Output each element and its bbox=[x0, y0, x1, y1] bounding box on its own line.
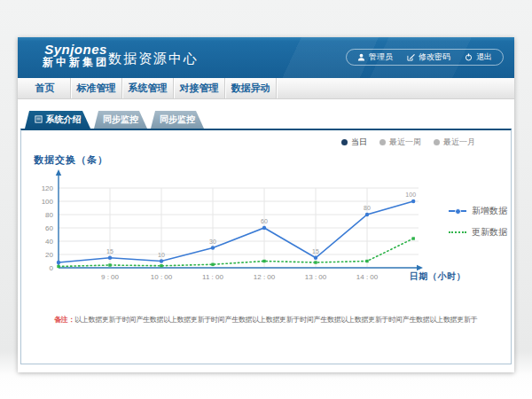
data-point bbox=[211, 263, 214, 266]
x-tick-label: 11 : 00 bbox=[202, 273, 223, 281]
data-point bbox=[411, 200, 415, 203]
data-point bbox=[160, 259, 163, 262]
tab-sync-monitor-1[interactable]: 同步监控 bbox=[94, 111, 147, 129]
x-tick-label: 14 : 00 bbox=[356, 273, 379, 281]
x-tick-label: 10 : 00 bbox=[151, 273, 173, 281]
tab-sync-monitor-2[interactable]: 同步监控 bbox=[151, 111, 204, 129]
data-point bbox=[365, 260, 368, 262]
chart-legend: 新增数据 更新数据 bbox=[449, 205, 507, 239]
nav-item-system[interactable]: 系统管理 bbox=[122, 78, 174, 98]
logout-button[interactable]: 退出 bbox=[465, 51, 492, 63]
y-tick-label: 0 bbox=[50, 264, 54, 272]
y-axis-arrow-icon bbox=[56, 169, 61, 176]
data-point bbox=[314, 256, 317, 260]
data-point bbox=[314, 261, 317, 263]
data-point-label: 100 bbox=[405, 192, 416, 198]
y-tick-label: 80 bbox=[45, 211, 53, 219]
page-title: 数据资源中心 bbox=[108, 51, 199, 67]
app-header: Synjones 新中新集团 数据资源中心 管理员 修改密码 退出 bbox=[18, 37, 514, 78]
nav-item-data-change[interactable]: 数据异动 bbox=[225, 78, 277, 98]
user-toolbar: 管理员 修改密码 退出 bbox=[346, 49, 504, 66]
x-tick-label: 12 : 00 bbox=[254, 273, 276, 281]
logo: Synjones 新中新集团 bbox=[43, 42, 109, 69]
app-window: Synjones 新中新集团 数据资源中心 管理员 修改密码 退出 首页 标准管… bbox=[18, 37, 514, 372]
main-nav: 首页 标准管理 系统管理 对接管理 数据异动 bbox=[18, 78, 514, 99]
dotted-line-icon bbox=[449, 231, 466, 233]
legend-label: 更新数据 bbox=[472, 226, 507, 239]
data-point-label: 30 bbox=[209, 239, 216, 245]
x-tick-label: 9 : 00 bbox=[101, 273, 120, 281]
change-password-button[interactable]: 修改密码 bbox=[407, 51, 450, 63]
data-point bbox=[57, 261, 60, 264]
logo-company-text: 新中新集团 bbox=[43, 57, 109, 69]
data-point bbox=[365, 213, 369, 216]
footnote-prefix: 备注： bbox=[54, 316, 74, 324]
data-point-label: 15 bbox=[312, 248, 319, 254]
nav-item-home[interactable]: 首页 bbox=[20, 78, 71, 98]
y-tick-label: 60 bbox=[45, 224, 53, 232]
legend-label: 新增数据 bbox=[472, 205, 507, 217]
tab-bar: 系统介绍 同步监控 同步监控 bbox=[25, 111, 204, 129]
data-point bbox=[160, 264, 162, 267]
data-point bbox=[108, 256, 112, 260]
x-tick-label: 13 : 00 bbox=[305, 273, 327, 281]
x-axis-arrow-icon bbox=[417, 265, 423, 270]
user-menu-label: 管理员 bbox=[369, 51, 393, 63]
chart-x-axis-title: 日期（小时） bbox=[410, 271, 466, 281]
footnote-text: 以上数据更新于时间产生数据以上数据更新于时间产生数据以上数据更新于时间产生数据以… bbox=[74, 316, 477, 324]
footnote: 备注：以上数据更新于时间产生数据以上数据更新于时间产生数据以上数据更新于时间产生… bbox=[54, 315, 477, 325]
line-chart: 0204060801001209 : 0010 : 0011 : 0012 : … bbox=[21, 130, 512, 299]
data-point bbox=[262, 226, 266, 230]
edit-icon bbox=[407, 53, 415, 61]
logout-label: 退出 bbox=[476, 51, 492, 63]
tab-label: 同步监控 bbox=[160, 113, 195, 126]
tab-label: 系统介绍 bbox=[46, 113, 82, 126]
tab-label: 同步监控 bbox=[103, 113, 138, 126]
y-tick-label: 40 bbox=[45, 238, 53, 246]
data-point-label: 80 bbox=[364, 205, 371, 211]
data-point bbox=[262, 260, 265, 262]
solid-line-icon bbox=[449, 210, 466, 212]
user-icon bbox=[357, 53, 365, 61]
data-point-label: 10 bbox=[158, 252, 165, 258]
data-point bbox=[412, 237, 415, 239]
legend-item-updated-data[interactable]: 更新数据 bbox=[449, 226, 507, 239]
user-menu-admin[interactable]: 管理员 bbox=[357, 51, 393, 63]
data-point bbox=[108, 263, 111, 266]
document-icon bbox=[35, 115, 43, 125]
y-tick-label: 20 bbox=[45, 251, 53, 259]
change-password-label: 修改密码 bbox=[419, 51, 450, 63]
y-tick-label: 120 bbox=[42, 184, 54, 192]
logo-brand-text: Synjones bbox=[43, 42, 109, 57]
tab-system-intro[interactable]: 系统介绍 bbox=[25, 111, 90, 129]
content-panel: 当日 最近一周 最近一月 数据交换（条） 0204060801001209 : … bbox=[20, 129, 512, 364]
y-tick-label: 100 bbox=[42, 198, 54, 206]
data-point bbox=[57, 265, 59, 268]
data-point-label: 60 bbox=[261, 218, 268, 224]
legend-item-new-data[interactable]: 新增数据 bbox=[449, 205, 507, 217]
logout-icon bbox=[465, 53, 473, 61]
data-point-label: 15 bbox=[106, 248, 113, 254]
nav-item-standards[interactable]: 标准管理 bbox=[71, 78, 122, 98]
data-point bbox=[211, 246, 215, 249]
nav-item-integration[interactable]: 对接管理 bbox=[174, 78, 225, 98]
